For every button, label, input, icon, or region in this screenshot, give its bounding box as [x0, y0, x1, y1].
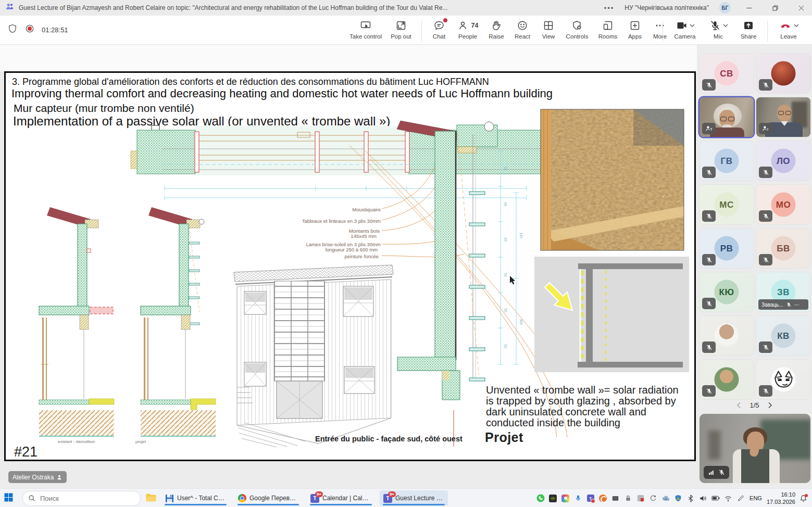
leave-button[interactable]: Leave — [772, 17, 805, 40]
pop-out-button[interactable]: Pop out — [385, 17, 417, 40]
participant-tile[interactable]: МО — [756, 185, 810, 224]
dimension-labels: 52 48 45 54 55 50 145 366 — [504, 167, 523, 348]
tile-more-icon[interactable]: ⋯ — [794, 302, 800, 308]
tray-orange-app-icon[interactable] — [598, 494, 607, 503]
pen-icon[interactable] — [736, 494, 745, 503]
wall-section-project: projet — [135, 207, 216, 444]
task-teams-meeting[interactable]: T9+ Guest Lecture of Bija... — [380, 490, 448, 506]
presenter-video-tile[interactable] — [699, 414, 810, 483]
caption-projet: projet — [135, 439, 146, 444]
participant-tile[interactable]: МС — [699, 185, 754, 224]
language-indicator[interactable]: ENG — [749, 495, 762, 501]
participant-tile[interactable] — [756, 360, 810, 399]
user-avatar[interactable]: БГ — [719, 2, 731, 14]
participant-tile[interactable]: КВ — [756, 316, 810, 356]
mouse-cursor — [510, 276, 515, 285]
task-teams-calendar[interactable]: T9+ Calendar | Calendar | ... — [307, 490, 375, 506]
raise-button[interactable]: Raise — [484, 17, 509, 40]
prev-page-icon[interactable] — [736, 402, 741, 409]
task-chrome[interactable]: Google Переводчик... — [234, 490, 302, 506]
mic-muted-icon — [759, 210, 772, 222]
participants-pagination: 1/5 — [697, 398, 812, 412]
minimize-button[interactable] — [741, 0, 757, 16]
close-button[interactable] — [793, 0, 809, 16]
lock-icon[interactable] — [623, 494, 632, 503]
shield-icon — [7, 23, 18, 36]
mic-muted-icon — [702, 254, 716, 265]
teams-tray-icon[interactable]: T — [586, 494, 595, 503]
participant-tile[interactable]: СВ — [699, 54, 754, 93]
apps-icon — [629, 19, 641, 32]
controls-button[interactable]: Controls — [561, 17, 593, 40]
search-input[interactable] — [39, 494, 119, 503]
clock-date: 17.03.2026 — [767, 498, 795, 505]
search-icon — [28, 495, 35, 502]
nvidia-icon[interactable] — [548, 494, 557, 503]
participant-tile[interactable]: РВ — [699, 229, 754, 268]
voice-access-icon[interactable] — [573, 494, 582, 503]
chat-button[interactable]: Chat — [427, 17, 452, 40]
svg-text:45: 45 — [504, 237, 507, 242]
volume-icon[interactable] — [698, 494, 707, 503]
presenter-icon — [56, 474, 63, 480]
participant-tile[interactable]: БВ — [756, 229, 810, 268]
security-warning-icon[interactable] — [673, 494, 682, 503]
participant-tile[interactable] — [699, 316, 754, 356]
mic-muted-icon — [786, 302, 792, 308]
mic-muted-icon — [702, 79, 716, 91]
house-perspective — [234, 265, 393, 447]
notifications-bell-icon[interactable] — [799, 494, 808, 503]
apps-button[interactable]: Apps — [622, 17, 647, 40]
bluetooth-icon[interactable] — [686, 494, 695, 503]
restore-button[interactable] — [767, 0, 783, 16]
projet-label: Projet — [485, 430, 523, 445]
wifi-icon[interactable] — [723, 494, 732, 503]
drive-icon[interactable] — [611, 494, 620, 503]
next-page-icon[interactable] — [768, 402, 772, 409]
slide-body-text: Unvented « trombe wall »= solar radiatio… — [486, 385, 682, 428]
battery-icon[interactable] — [711, 494, 720, 503]
camera-button[interactable]: Camera — [668, 17, 702, 40]
react-button[interactable]: React — [509, 17, 536, 40]
controls-icon — [571, 19, 583, 32]
participant-tile[interactable] — [756, 54, 810, 93]
task-total-commander[interactable]: User^ - Total Comm... — [161, 490, 230, 506]
notification-dot — [805, 494, 808, 497]
leave-chevron-icon — [794, 23, 799, 28]
participant-video-tile[interactable] — [699, 97, 754, 137]
onedrive-icon[interactable] — [661, 494, 670, 503]
view-button[interactable]: View — [536, 17, 561, 40]
participant-tile[interactable]: ГВ — [699, 141, 754, 181]
tray-red-corner-icon[interactable] — [636, 494, 645, 503]
titlebar-overflow-button[interactable]: ••• — [604, 4, 615, 12]
start-button[interactable] — [4, 493, 18, 504]
participant-tile[interactable]: КЮ — [699, 272, 754, 312]
take-control-icon — [359, 19, 372, 32]
file-explorer-button[interactable] — [145, 492, 157, 504]
participant-tile[interactable]: ЗВ Заваць... ⋯ — [756, 272, 810, 312]
participant-tile[interactable]: ЛО — [756, 141, 810, 181]
participant-name-bar: Заваць... ⋯ — [758, 299, 808, 310]
photos-icon[interactable] — [561, 494, 570, 503]
participants-panel: СВ ГВ ЛО МС МО — [697, 44, 812, 488]
whatsapp-icon[interactable] — [536, 494, 545, 503]
people-button[interactable]: 74 People — [452, 17, 484, 40]
mic-muted-icon — [702, 298, 716, 309]
total-commander-icon — [165, 494, 174, 503]
mic-muted-icon — [759, 167, 772, 178]
share-button[interactable]: Share — [734, 17, 763, 40]
taskbar-search[interactable] — [22, 491, 141, 506]
taskbar-clock[interactable]: 16:10 17.03.2026 — [767, 491, 795, 506]
take-control-button[interactable]: Take control — [346, 17, 385, 40]
rooms-icon — [602, 19, 614, 32]
participant-tile[interactable] — [699, 360, 754, 399]
rooms-button[interactable]: Rooms — [593, 17, 622, 40]
mic-button[interactable]: Mic — [702, 17, 734, 40]
teams-app-icon — [5, 3, 14, 13]
notification-badge: 9+ — [388, 491, 396, 497]
svg-text:145: 145 — [519, 232, 523, 238]
participant-video-tile[interactable] — [756, 97, 810, 137]
sync-icon[interactable] — [648, 494, 657, 503]
notification-badge: 9+ — [315, 491, 323, 497]
mic-muted-icon — [718, 469, 725, 476]
